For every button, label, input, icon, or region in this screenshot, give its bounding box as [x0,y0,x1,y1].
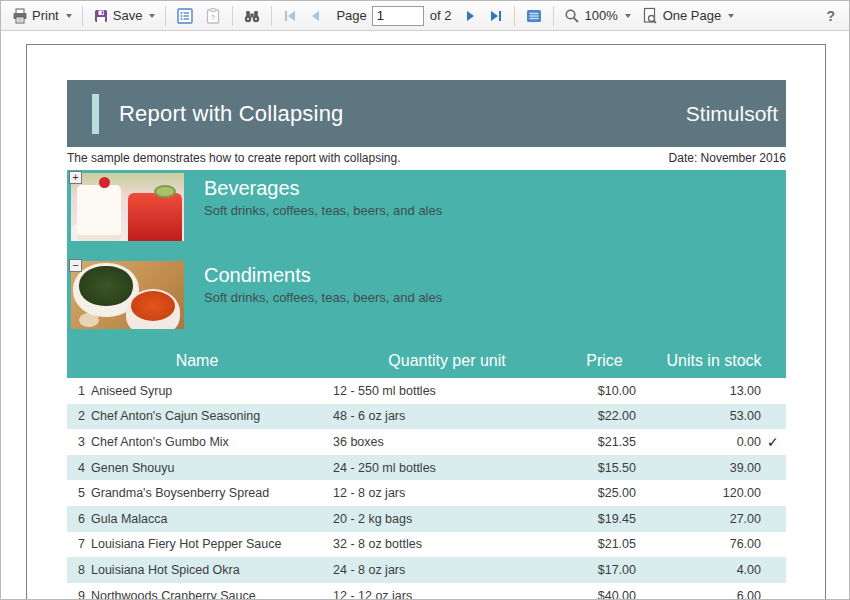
expand-toggle-beverages[interactable]: + [69,171,82,184]
row-number: 5 [67,486,85,500]
full-screen-icon [525,7,543,25]
accent-bar [92,94,99,134]
group-condiments: − Condiments Soft drinks, coffe [67,251,786,344]
toolbar-separator [271,6,272,26]
first-page-button[interactable] [277,5,303,27]
zoom-value: 100% [584,8,617,23]
table-row: 1 Aniseed Syrup 12 - 550 ml bottles $10.… [67,378,786,404]
cell-units: 0.00 [642,435,767,449]
cell-price: $10.00 [567,384,642,398]
cell-price: $40.00 [567,589,642,599]
table-row: 2 Chef Anton's Cajun Seasoning 48 - 6 oz… [67,404,786,430]
check-mark: ✓ [767,434,786,450]
parameters-clipboard-icon: ? [204,7,222,25]
print-label: Print [32,8,59,23]
cell-name: Chef Anton's Gumbo Mix [85,435,327,449]
report-date: Date: November 2016 [669,151,786,165]
help-button[interactable]: ? [818,6,843,26]
toolbar-separator [553,6,554,26]
row-number: 2 [67,409,85,423]
printer-icon [12,8,28,24]
cell-price: $19.45 [567,512,642,526]
parameters-button[interactable]: ? [199,4,227,28]
viewer-toolbar: Print Save [1,1,849,31]
find-button[interactable] [238,4,266,28]
save-button[interactable]: Save [88,5,161,27]
group-title: Beverages [204,177,442,200]
print-caret-icon [66,14,72,18]
row-number: 1 [67,384,85,398]
bookmarks-icon [176,7,194,25]
column-header-quantity: Quantity per unit [327,352,567,370]
table-row: 7 Louisiana Fiery Hot Pepper Sauce 32 - … [67,532,786,558]
table-header: Name Quantity per unit Price Units in st… [67,344,786,378]
group-subtitle: Soft drinks, coffees, teas, beers, and a… [204,290,442,305]
beverages-image-detail [154,185,176,198]
one-page-icon [641,7,659,25]
previous-page-button[interactable] [303,5,329,27]
print-button[interactable]: Print [7,5,77,27]
table-row: 9 Northwoods Cranberry Sauce 12 - 12 oz … [67,583,786,599]
last-page-button[interactable] [483,5,509,27]
beverages-image-detail [99,177,110,188]
cell-quantity: 48 - 6 oz jars [327,409,567,423]
group-title: Condiments [204,264,442,287]
last-page-icon [488,8,504,24]
brand-name: Stimulsoft [686,102,778,126]
next-page-button[interactable] [457,5,483,27]
cell-quantity: 36 boxes [327,435,567,449]
beverages-image-detail [77,185,121,241]
zoom-dropdown[interactable]: 100% [559,5,635,27]
column-header-units: Units in stock [642,352,786,370]
cell-units: 6.00 [642,589,767,599]
magnifier-icon [564,8,580,24]
first-page-icon [282,8,298,24]
view-mode-caret-icon [728,14,734,18]
beverages-image-wrap: + [71,173,184,251]
table-row: 3 Chef Anton's Gumbo Mix 36 boxes $21.35… [67,429,786,455]
cell-quantity: 20 - 2 kg bags [327,512,567,526]
cell-units: 13.00 [642,384,767,398]
save-floppy-icon [93,8,109,24]
next-page-icon [462,8,478,24]
report-page: Report with Collapsing Stimulsoft The sa… [26,44,826,599]
description-row: The sample demonstrates how to create re… [67,150,786,166]
cell-price: $21.35 [567,435,642,449]
cell-units: 4.00 [642,563,767,577]
condiments-image [71,261,184,329]
collapse-toggle-condiments[interactable]: − [69,259,82,272]
group-subtitle: Soft drinks, coffees, teas, beers, and a… [204,203,442,218]
cell-quantity: 12 - 8 oz jars [327,486,567,500]
cell-units: 53.00 [642,409,767,423]
zoom-caret-icon [625,14,631,18]
full-screen-button[interactable] [520,4,548,28]
report-content: Report with Collapsing Stimulsoft The sa… [67,80,786,599]
table-body: 1 Aniseed Syrup 12 - 550 ml bottles $10.… [67,378,786,599]
cell-units: 39.00 [642,461,767,475]
cell-quantity: 32 - 8 oz bottles [327,537,567,551]
report-description: The sample demonstrates how to create re… [67,151,401,165]
table-row: 8 Louisiana Hot Spiced Okra 24 - 8 oz ja… [67,557,786,583]
toolbar-separator [82,6,83,26]
bookmarks-button[interactable] [171,4,199,28]
group-beverages: + Beverages Soft drinks, coffee [67,170,786,251]
cell-name: Aniseed Syrup [85,384,327,398]
cell-units: 120.00 [642,486,767,500]
row-number: 4 [67,461,85,475]
row-number: 3 [67,435,85,449]
cell-price: $17.00 [567,563,642,577]
cell-quantity: 24 - 250 ml bottles [327,461,567,475]
report-header-band: Report with Collapsing Stimulsoft [67,80,786,147]
svg-text:?: ? [211,13,216,22]
save-label: Save [113,8,143,23]
table-row: 5 Grandma's Boysenberry Spread 12 - 8 oz… [67,480,786,506]
cell-name: Gula Malacca [85,512,327,526]
cell-name: Northwoods Cranberry Sauce [85,589,327,599]
row-number: 8 [67,563,85,577]
toolbar-separator [514,6,515,26]
view-mode-dropdown[interactable]: One Page [636,4,740,28]
page-number-input[interactable] [372,6,424,26]
row-number: 6 [67,512,85,526]
row-number: 7 [67,537,85,551]
cell-price: $22.00 [567,409,642,423]
